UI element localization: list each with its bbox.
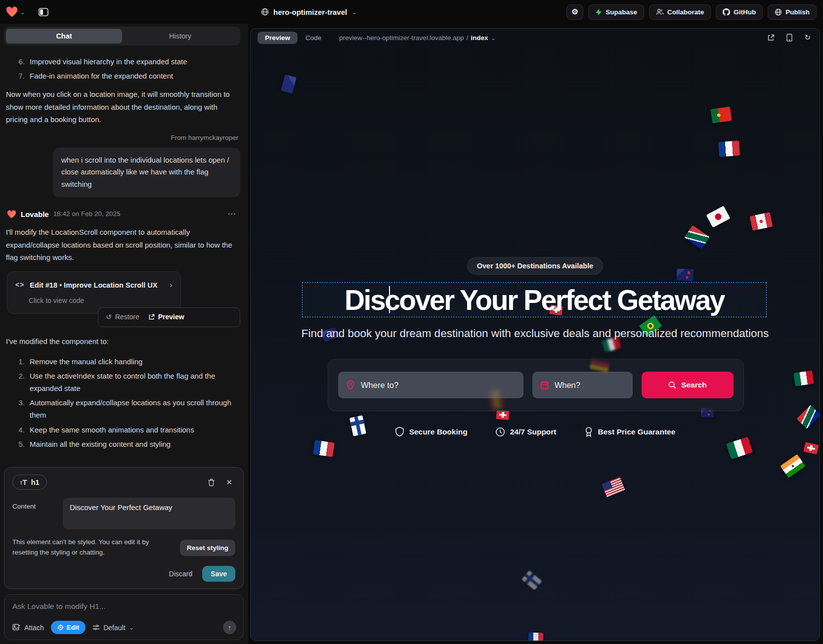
assistant-name: Lovable (21, 208, 49, 220)
code-icon: <> (15, 279, 24, 291)
restore-button[interactable]: ↺ Restore (106, 311, 139, 323)
assistant-paragraph: I've modified the component to: (6, 335, 240, 347)
chat-messages[interactable]: 6.Improved visual hierarchy in the expan… (0, 47, 248, 463)
flag-mx-icon (726, 437, 753, 460)
model-selector-label: Default (103, 624, 125, 632)
discard-button[interactable]: Discard (169, 570, 192, 578)
preview-url-text: preview--hero-optimizer-travel.lovable.a… (339, 34, 464, 42)
selected-heading-outline[interactable]: Discover Your Perfect Getaway (302, 282, 767, 317)
preview-toolbar: Preview Code preview--hero-optimizer-tra… (251, 29, 820, 46)
search-button[interactable]: Search (642, 372, 734, 398)
trust-label: 24/7 Support (510, 428, 557, 436)
edit-card-subtitle: Click to view code (29, 295, 173, 307)
external-link-icon (148, 314, 155, 320)
app-window: ⌄ hero-optimizer-travel ⌄ ⚙ Supabase Col… (0, 0, 823, 644)
search-button-label: Search (681, 381, 707, 389)
reset-styling-button[interactable]: Reset styling (180, 540, 235, 556)
flag-in-icon (780, 454, 806, 478)
element-editor-panel: тT h1 ✕ Content Discover Your Perfect Ge… (4, 467, 244, 589)
feature-list: 6.Improved visual hierarchy in the expan… (6, 54, 240, 83)
preview-url[interactable]: preview--hero-optimizer-travel.lovable.a… (339, 34, 496, 42)
flag-ch-icon (803, 442, 819, 454)
chat-sidebar: Chat History 6.Improved visual hierarchy… (0, 24, 248, 644)
attach-label: Attach (24, 624, 44, 632)
url-separator: / (466, 34, 468, 42)
preview-route: index (471, 34, 488, 42)
list-item: 2.Use the activeIndex state to control b… (6, 369, 240, 395)
supabase-label: Supabase (606, 8, 637, 16)
edit-mode-pill[interactable]: Edit (51, 621, 86, 634)
message-timestamp: 18:42 on Feb 20, 2025 (53, 209, 121, 220)
from-label: From harrymckayroper (6, 132, 238, 144)
attach-image-icon (12, 624, 20, 631)
trust-item-secure: Secure Booking (395, 427, 468, 437)
when-input[interactable] (555, 381, 625, 390)
message-menu-icon[interactable]: ⋯ (227, 207, 236, 221)
trust-indicators: Secure Booking 24/7 Support Best Price G… (251, 427, 820, 437)
people-icon (656, 8, 664, 15)
github-button[interactable]: GitHub (716, 4, 763, 20)
collaborate-label: Collaborate (667, 8, 704, 16)
publish-globe-icon (775, 8, 782, 16)
tab-history[interactable]: History (122, 29, 238, 43)
flag-za-icon (797, 405, 820, 429)
text-caret (389, 286, 390, 313)
assistant-paragraph: I'll modify the LocationScroll component… (6, 226, 240, 263)
version-actions: ↺ Restore Preview (98, 307, 240, 327)
mobile-view-icon[interactable] (786, 34, 792, 42)
hero-heading[interactable]: Discover Your Perfect Getaway (345, 284, 724, 316)
clock-icon (495, 427, 505, 437)
shield-icon (395, 427, 404, 437)
content-textarea[interactable]: Discover Your Perfect Getaway (63, 498, 235, 529)
flag-za-icon (684, 225, 710, 250)
assistant-message-header: Lovable 18:42 on Feb 20, 2025 ⋯ (7, 207, 240, 221)
preview-panel: Preview Code preview--hero-optimizer-tra… (250, 28, 820, 641)
element-tag-pill[interactable]: тT h1 (12, 474, 47, 490)
open-in-new-tab-icon[interactable] (767, 34, 775, 42)
code-tab[interactable]: Code (305, 34, 321, 42)
trust-item-guarantee: Best Price Guarantee (584, 427, 676, 437)
save-button[interactable]: Save (202, 566, 235, 582)
trust-item-support: 24/7 Support (495, 427, 557, 437)
collaborate-button[interactable]: Collaborate (649, 4, 711, 20)
sidebar-toggle-icon[interactable] (35, 4, 52, 20)
send-button[interactable]: ↑ (223, 621, 236, 634)
refresh-icon[interactable]: ↻ (804, 33, 811, 42)
publish-button[interactable]: Publish (768, 4, 817, 20)
list-item: 7.Fade-in animation for the expanded con… (6, 69, 240, 83)
magnifier-icon (668, 381, 676, 389)
calendar-icon (540, 381, 549, 389)
preview-version-button[interactable]: Preview (148, 311, 184, 323)
project-switcher[interactable]: hero-optimizer-travel ⌄ (261, 0, 357, 24)
chat-composer: Attach Edit Default ⌄ ↑ (4, 594, 244, 640)
styling-note: This element can't be styled. You can ed… (12, 537, 166, 558)
logo-chevron-down-icon[interactable]: ⌄ (20, 9, 25, 15)
supabase-button[interactable]: Supabase (588, 4, 644, 20)
model-chevron-down-icon: ⌄ (129, 624, 134, 631)
arrow-up-icon: ↑ (228, 624, 231, 632)
close-panel-icon[interactable]: ✕ (226, 478, 232, 487)
element-tag-label: h1 (31, 478, 40, 486)
flag-fr-icon (313, 440, 335, 457)
flag-fr-icon (528, 632, 544, 641)
where-field[interactable] (338, 372, 523, 398)
where-input[interactable] (361, 381, 516, 390)
composer-input[interactable] (12, 602, 225, 611)
content-label: Content (12, 498, 52, 529)
list-item: 3.Automatically expand/collapse location… (6, 395, 240, 422)
flag-mx-icon (793, 370, 814, 386)
when-field[interactable] (532, 372, 633, 398)
preview-tab[interactable]: Preview (258, 32, 298, 44)
restore-label: Restore (115, 311, 139, 323)
tab-chat[interactable]: Chat (6, 29, 122, 43)
settings-button[interactable]: ⚙ (566, 4, 583, 20)
destinations-badge: Over 1000+ Destinations Available (467, 257, 603, 275)
flag-pt-icon (710, 106, 732, 123)
model-selector[interactable]: Default ⌄ (92, 624, 134, 632)
restore-icon: ↺ (106, 311, 112, 323)
delete-element-icon[interactable] (208, 478, 215, 486)
publish-label: Publish (785, 8, 810, 16)
search-bar: Search (328, 359, 744, 411)
lovable-logo-heart-icon[interactable] (6, 6, 18, 17)
attach-button[interactable]: Attach (12, 624, 44, 632)
